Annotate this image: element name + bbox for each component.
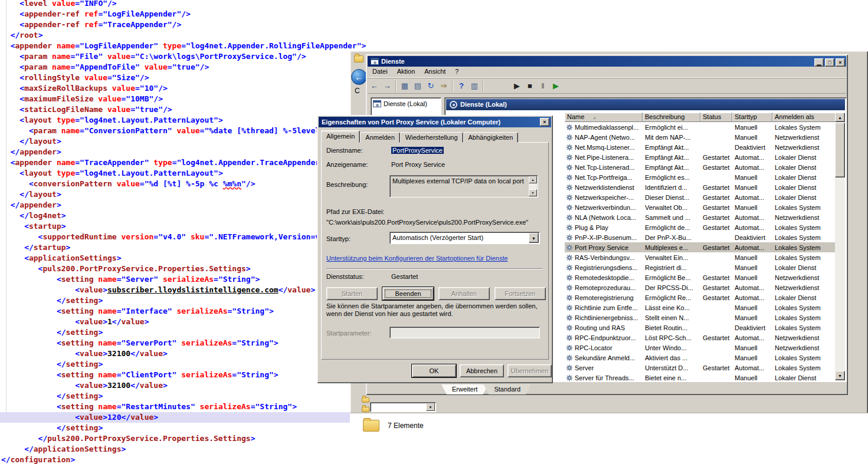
pfad-value: "C:\work\ais\puls200.PortProxyService\pu…: [326, 219, 528, 226]
service-row[interactable]: Registrierungsdiens...Registriert di...M…: [565, 262, 837, 272]
service-starttype-cell: Automat...: [732, 164, 772, 171]
service-row[interactable]: NAP-Agent (Netwo...Mit dem NAP-...Manuel…: [565, 132, 837, 142]
anhalten-button: Anhalten: [438, 287, 490, 300]
column-header-beschreibung[interactable]: Beschreibung: [643, 113, 700, 122]
service-row[interactable]: Net.Tcp-Listenerad...Empfängt Akt...Gest…: [565, 162, 837, 172]
service-name-cell: Net.Pipe-Listenera...: [565, 154, 643, 161]
service-row[interactable]: NetzwerklistendienstIdentifiziert d...Ge…: [565, 182, 837, 192]
ok-button[interactable]: OK: [412, 364, 456, 377]
service-row[interactable]: RAS-Verbindungsv...Verwaltet Ein...Manue…: [565, 252, 837, 262]
service-gear-icon: [566, 164, 573, 171]
service-name-cell: RAS-Verbindungsv...: [565, 254, 643, 261]
tab-wiederherstellung[interactable]: Wiederherstellung: [400, 132, 463, 143]
beschreibung-scrollbar[interactable]: ▲ ▼: [529, 176, 537, 196]
refresh-button[interactable]: ↻: [424, 80, 437, 93]
column-header-starttyp[interactable]: Starttyp: [732, 113, 772, 122]
service-row[interactable]: Netzwerkverbindun...Verwaltet Ob...Gesta…: [565, 202, 837, 212]
restart-button[interactable]: ▶: [549, 80, 562, 93]
help-button[interactable]: ?: [455, 80, 468, 93]
service-starttype-cell: Manuell: [732, 134, 772, 141]
view-tab-standard[interactable]: Standard: [483, 384, 531, 394]
scroll-thumb[interactable]: [835, 123, 845, 177]
service-description-cell: Dieser Dienst...: [643, 194, 700, 201]
explorer-bottom-bar: ▼: [350, 395, 868, 413]
scroll-up-button[interactable]: ▲: [529, 176, 537, 183]
service-row[interactable]: Richtlinie zum Entfe...Lässt eine Ko...M…: [565, 302, 837, 312]
beschreibung-value: Multiplexes external TCP/IP data on loca…: [392, 177, 524, 185]
anzeigename-value[interactable]: Port Proxy Service: [391, 161, 445, 168]
service-gear-icon: [566, 274, 573, 281]
start-button[interactable]: ▶: [510, 80, 523, 93]
maximize-button[interactable]: □: [825, 58, 834, 67]
service-row[interactable]: Server für Threads...Bietet eine n...Man…: [565, 373, 837, 381]
service-row[interactable]: RemoteregistrierungErmöglicht Re...Gesta…: [565, 292, 837, 302]
service-name: Net.Pipe-Listenera...: [575, 154, 634, 161]
service-row[interactable]: RPC-LocatorUnter Windo...ManuellNetzwerk…: [565, 343, 837, 353]
back-button[interactable]: ←: [368, 80, 381, 93]
export-list-button[interactable]: ▤: [411, 80, 424, 93]
service-row[interactable]: Sekundäre Anmeld...Aktiviert das ...Manu…: [565, 353, 837, 363]
scroll-up-button[interactable]: ▲: [835, 113, 845, 122]
dialog-close-button[interactable]: ×: [540, 118, 549, 126]
abbrechen-button[interactable]: Abbrechen: [460, 364, 504, 377]
tree-item-dienste-lokal[interactable]: Dienste (Lokal): [371, 98, 441, 110]
panes-button[interactable]: ▥: [468, 80, 481, 93]
back-button[interactable]: ←: [351, 69, 367, 85]
stop-button[interactable]: ■: [523, 80, 536, 93]
service-row[interactable]: PnP-X-IP-Busenum...Der PnP-X-Bu...Deakti…: [565, 232, 837, 242]
close-button[interactable]: ×: [836, 58, 845, 67]
chevron-down-icon[interactable]: ▼: [529, 233, 539, 243]
service-row[interactable]: NLA (Network Loca...Sammelt und ...Gesta…: [565, 212, 837, 222]
menu-ansicht[interactable]: Ansicht: [420, 67, 450, 75]
service-row[interactable]: Richtlinienergebniss...Stellt einen N...…: [565, 312, 837, 323]
service-row[interactable]: Net.Tcp-Portfreiga...Ermöglicht es...Man…: [565, 172, 837, 182]
minimize-button[interactable]: ▁: [814, 58, 824, 67]
service-row[interactable]: Remotedesktopdie...Ermöglicht Be...Gesta…: [565, 272, 837, 282]
column-header-anmelden-als[interactable]: Anmelden als: [772, 113, 837, 122]
chevron-down-icon[interactable]: ▼: [426, 403, 435, 411]
folder-combobox[interactable]: ▼: [370, 402, 436, 412]
service-row[interactable]: Remoteprozedurau...Der RPCSS-Di...Gestar…: [565, 282, 837, 292]
pause-button[interactable]: ‖: [536, 80, 549, 93]
service-row[interactable]: Routing und RASBietet Routin...Deaktivie…: [565, 323, 837, 333]
service-row[interactable]: RPC-Endpunktzuor...Löst RPC-Sch...Gestar…: [565, 333, 837, 343]
export-button[interactable]: ⇒: [437, 80, 450, 93]
show-tree-button[interactable]: ▦: [398, 80, 411, 93]
vertical-scrollbar[interactable]: ▲ ▼: [835, 113, 845, 380]
service-row[interactable]: ServerUnterstützt D...GestartetAutomat..…: [565, 363, 837, 373]
column-header-status[interactable]: Status: [700, 113, 732, 122]
service-logon-cell: Lokaler Dienst: [772, 194, 837, 201]
service-name-cell: Registrierungsdiens...: [565, 264, 643, 271]
beenden-button[interactable]: Beenden: [382, 287, 434, 300]
service-row[interactable]: Plug & PlayErmöglicht de...GestartetAuto…: [565, 222, 837, 232]
header-gear-icon: [450, 101, 457, 108]
menu-datei[interactable]: Datei: [368, 67, 392, 75]
tab-anmelden[interactable]: Anmelden: [360, 132, 400, 143]
dienstname-value[interactable]: PortProxyService: [391, 147, 444, 154]
dialog-titlebar[interactable]: Eigenschaften von Port Proxy Service (Lo…: [319, 117, 551, 127]
service-row[interactable]: Netzwerkspeicher-...Dieser Dienst...Gest…: [565, 192, 837, 202]
service-row[interactable]: Net.Pipe-Listenera...Empfängt Akt...Gest…: [565, 152, 837, 162]
service-row[interactable]: Port Proxy ServiceMultiplexes e...Gestar…: [565, 242, 837, 252]
service-row[interactable]: Net.Msmq-Listener...Empfängt Akt...Deakt…: [565, 142, 837, 152]
tab-abh-ngigkeiten[interactable]: Abhängigkeiten: [463, 132, 519, 143]
menu-item[interactable]: ?: [450, 67, 463, 75]
menu-aktion[interactable]: Aktion: [392, 67, 420, 75]
service-gear-icon: [566, 234, 573, 241]
tab-allgemein[interactable]: Allgemein: [321, 130, 360, 143]
view-tab-erweitert[interactable]: Erweitert: [441, 384, 488, 394]
service-row[interactable]: Multimediaklassenpl...Ermöglicht ei...Ma…: [565, 122, 837, 132]
scroll-down-button[interactable]: ▼: [529, 189, 537, 196]
scroll-down-button[interactable]: ▼: [835, 371, 845, 380]
startup-options-help-link[interactable]: Unterstützung beim Konfigurieren der Sta…: [326, 255, 508, 262]
services-node-icon: [373, 100, 381, 107]
tree-item-label: Dienste (Lokal): [384, 100, 427, 107]
beschreibung-field[interactable]: Multiplexes external TCP/IP data on loca…: [389, 175, 538, 198]
service-starttype-cell: Automat...: [732, 364, 772, 371]
column-header-name[interactable]: Name▲: [565, 113, 643, 122]
startparameter-input[interactable]: [389, 327, 540, 338]
starttyp-select[interactable]: Automatisch (Verzögerter Start) ▼: [389, 232, 540, 244]
forward-button[interactable]: →: [381, 80, 394, 93]
services-titlebar[interactable]: Dienste ▁□×: [368, 56, 846, 67]
service-name-cell: NAP-Agent (Netwo...: [565, 134, 643, 141]
